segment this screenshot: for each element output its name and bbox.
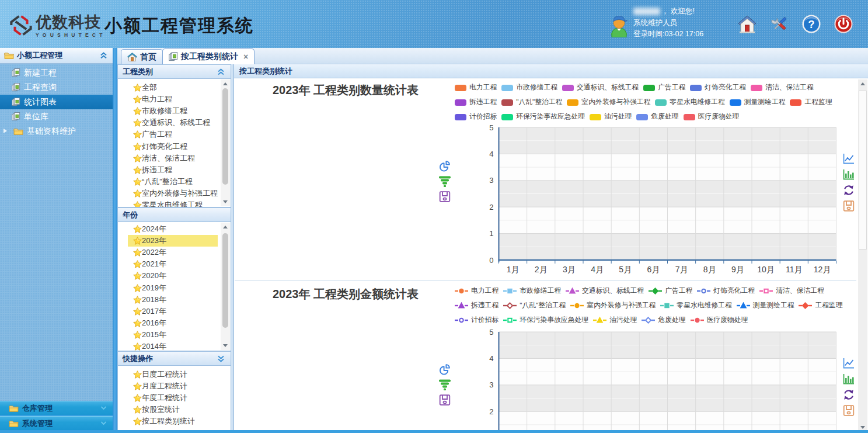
line-chart-icon[interactable] xyxy=(843,358,855,369)
list-item-交通标识、标线工程[interactable]: 交通标识、标线工程 xyxy=(128,117,218,129)
question-icon[interactable]: ? xyxy=(801,14,821,34)
refresh-icon[interactable] xyxy=(843,185,855,196)
scrollbar-thumb[interactable] xyxy=(222,88,228,185)
save-icon[interactable] xyxy=(843,405,855,416)
main-scrollbar[interactable] xyxy=(858,79,867,432)
legend-item-环保污染事故应急处理[interactable]: 环保污染事故应急处理 xyxy=(503,316,588,325)
legend-item-清洁、保洁工程[interactable]: 清洁、保洁工程 xyxy=(751,83,814,92)
list-item-2023年[interactable]: 2023年 xyxy=(128,235,218,247)
scroll-up-icon[interactable] xyxy=(858,79,867,88)
list-item-灯饰亮化工程[interactable]: 灯饰亮化工程 xyxy=(128,140,218,152)
legend-item-医疗废物处理[interactable]: 医疗废物处理 xyxy=(684,112,740,122)
save-icon[interactable] xyxy=(439,191,451,202)
chevron-double-down-icon[interactable] xyxy=(217,355,225,362)
legend-item-电力工程[interactable]: 电力工程 xyxy=(455,286,499,296)
list-item-2021年[interactable]: 2021年 xyxy=(128,258,218,270)
legend-item-工程监理[interactable]: 工程监理 xyxy=(799,301,842,310)
legend-item-危废处理[interactable]: 危废处理 xyxy=(642,316,685,325)
panel-year-header[interactable]: 年份 xyxy=(118,208,231,222)
panel-quick-header[interactable]: 快捷操作 xyxy=(118,352,231,366)
save-icon[interactable] xyxy=(439,394,451,406)
legend-item-环保污染事故应急处理[interactable]: 环保污染事故应急处理 xyxy=(501,112,585,122)
bar-chart-icon[interactable] xyxy=(843,373,855,384)
list-item-2014年[interactable]: 2014年 xyxy=(128,341,218,351)
list-item-年度工程统计[interactable]: 年度工程统计 xyxy=(128,392,218,404)
legend-item-零星水电维修工程[interactable]: 零星水电维修工程 xyxy=(660,301,731,310)
sidebar-panel-header[interactable]: 小额工程管理 xyxy=(0,48,113,64)
tab-close-icon[interactable]: × xyxy=(243,52,248,61)
list-item-拆违工程[interactable]: 拆违工程 xyxy=(128,164,218,176)
list-item-日度工程统计[interactable]: 日度工程统计 xyxy=(128,369,218,380)
category-scrollbar[interactable] xyxy=(221,79,230,206)
legend-item-危废处理[interactable]: 危废处理 xyxy=(636,112,678,122)
sidebar-item-单位库[interactable]: 单位库 xyxy=(0,109,113,124)
legend-item-电力工程[interactable]: 电力工程 xyxy=(455,83,497,92)
legend-item-室内外装修与补强工程[interactable]: 室内外装修与补强工程 xyxy=(570,301,656,310)
sidebar-accordion-仓库管理[interactable]: 仓库管理 xyxy=(0,401,113,415)
list-item-2015年[interactable]: 2015年 xyxy=(128,329,218,341)
sidebar-item-工程查询[interactable]: 工程查询 xyxy=(0,80,113,95)
scroll-up-icon[interactable] xyxy=(221,223,230,231)
line-chart-icon[interactable] xyxy=(843,153,855,164)
list-item-2022年[interactable]: 2022年 xyxy=(128,247,218,258)
refresh-icon[interactable] xyxy=(843,389,855,400)
expand-arrow-icon[interactable] xyxy=(4,129,7,133)
legend-item-交通标识、标线工程[interactable]: 交通标识、标线工程 xyxy=(566,286,644,296)
list-item-室内外装修与补强工程[interactable]: 室内外装修与补强工程 xyxy=(128,188,218,199)
tools-icon[interactable] xyxy=(769,14,789,34)
legend-item-测量测绘工程[interactable]: 测量测绘工程 xyxy=(737,301,794,310)
funnel-icon[interactable] xyxy=(439,176,451,187)
scroll-down-icon[interactable] xyxy=(221,198,230,206)
pie-chart-icon[interactable] xyxy=(439,364,451,375)
list-item-2020年[interactable]: 2020年 xyxy=(128,270,218,282)
pie-chart-icon[interactable] xyxy=(439,161,451,172)
list-item-清洁、保洁工程[interactable]: 清洁、保洁工程 xyxy=(128,153,218,164)
chevron-double-up-icon[interactable] xyxy=(100,52,107,59)
list-item-按股室统计[interactable]: 按股室统计 xyxy=(128,404,218,415)
sidebar-item-新建工程[interactable]: 新建工程 xyxy=(0,65,113,80)
list-item-市政修缮工程[interactable]: 市政修缮工程 xyxy=(128,105,218,117)
legend-item-医疗废物处理[interactable]: 医疗废物处理 xyxy=(691,316,748,325)
legend-item-广告工程[interactable]: 广告工程 xyxy=(649,286,692,296)
list-item-2019年[interactable]: 2019年 xyxy=(128,282,218,293)
legend-item-市政修缮工程[interactable]: 市政修缮工程 xyxy=(501,83,557,92)
legend-item-市政修缮工程[interactable]: 市政修缮工程 xyxy=(503,286,561,296)
legend-item-测量测绘工程[interactable]: 测量测绘工程 xyxy=(730,98,786,107)
scroll-up-icon[interactable] xyxy=(221,79,230,88)
legend-item-交通标识、标线工程[interactable]: 交通标识、标线工程 xyxy=(562,83,639,92)
panel-category-header[interactable]: 工程类别 xyxy=(118,65,231,79)
list-item-“八乱”整治工程[interactable]: “八乱”整治工程 xyxy=(128,176,218,188)
list-item-2024年[interactable]: 2024年 xyxy=(128,223,218,235)
legend-item-拆违工程[interactable]: 拆违工程 xyxy=(455,98,497,107)
legend-item-油污处理[interactable]: 油污处理 xyxy=(590,112,632,122)
list-item-零星水电维修工程[interactable]: 零星水电维修工程 xyxy=(128,199,218,207)
legend-item-油污处理[interactable]: 油污处理 xyxy=(593,316,637,325)
legend-item-清洁、保洁工程[interactable]: 清洁、保洁工程 xyxy=(759,286,824,296)
list-item-电力工程[interactable]: 电力工程 xyxy=(128,93,218,105)
legend-item-室内外装修与补强工程[interactable]: 室内外装修与补强工程 xyxy=(567,98,650,107)
funnel-icon[interactable] xyxy=(439,379,451,390)
tab-首页[interactable]: 首页 xyxy=(121,49,163,64)
legend-item-灯饰亮化工程[interactable]: 灯饰亮化工程 xyxy=(690,83,746,92)
list-item-广告工程[interactable]: 广告工程 xyxy=(128,129,218,140)
tab-按工程类别统计[interactable]: 按工程类别统计× xyxy=(162,49,255,64)
list-item-月度工程统计[interactable]: 月度工程统计 xyxy=(128,380,218,392)
sidebar-item-统计图表[interactable]: 统计图表 xyxy=(0,95,113,109)
legend-item-计价招标[interactable]: 计价招标 xyxy=(455,112,497,122)
scrollbar-thumb[interactable] xyxy=(222,233,228,328)
list-item-2017年[interactable]: 2017年 xyxy=(128,306,218,317)
legend-item-灯饰亮化工程[interactable]: 灯饰亮化工程 xyxy=(697,286,755,296)
legend-item-工程监理[interactable]: 工程监理 xyxy=(790,98,832,107)
sidebar-accordion-系统管理[interactable]: 系统管理 xyxy=(0,416,113,430)
legend-item-拆违工程[interactable]: 拆违工程 xyxy=(455,301,499,310)
scroll-down-icon[interactable] xyxy=(221,341,230,350)
list-item-2018年[interactable]: 2018年 xyxy=(128,294,218,306)
legend-item-零星水电维修工程[interactable]: 零星水电维修工程 xyxy=(655,98,724,107)
sidebar-splitter[interactable] xyxy=(113,48,117,433)
bar-chart-icon[interactable] xyxy=(843,169,855,180)
scrollbar-thumb[interactable] xyxy=(859,91,867,250)
legend-item-计价招标[interactable]: 计价招标 xyxy=(455,316,499,325)
legend-item-"八乱"整治工程[interactable]: "八乱"整治工程 xyxy=(501,98,562,107)
legend-item-广告工程[interactable]: 广告工程 xyxy=(643,83,685,92)
legend-item-"八乱"整治工程[interactable]: "八乱"整治工程 xyxy=(503,301,566,310)
